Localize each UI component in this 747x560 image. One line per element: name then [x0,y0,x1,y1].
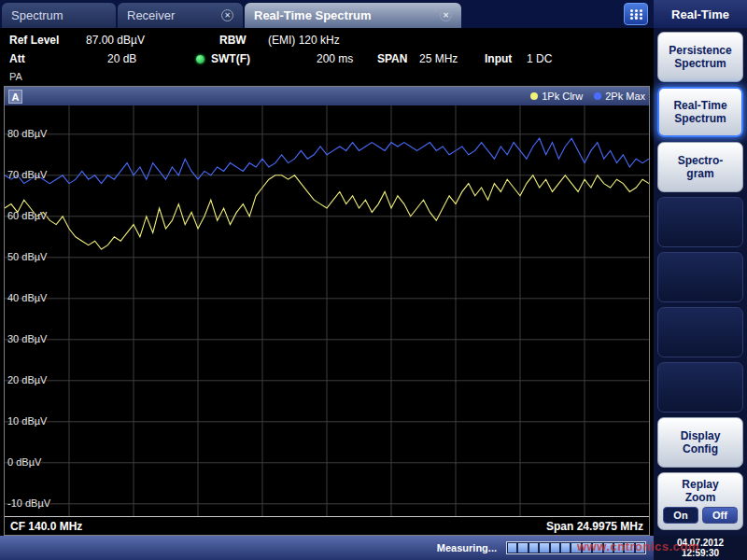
y-axis-label: 40 dBµV [7,292,47,303]
ref-level-label: Ref Level [9,34,59,47]
y-axis-label: 20 dBµV [7,374,47,385]
display-menu-button[interactable]: ▾ [624,3,648,25]
trace1-color-icon [530,92,538,100]
y-axis-label: 80 dBµV [7,128,47,139]
rbw-label: RBW [219,34,247,47]
swt-value[interactable]: 200 ms [317,52,353,65]
tab-close-icon[interactable]: ✕ [440,9,452,21]
input-value[interactable]: 1 DC [527,52,552,65]
tab-spectrum[interactable]: Spectrum [2,3,116,28]
replay-zoom-off-toggle[interactable]: Off [702,507,738,524]
softkey-label: Display Config [681,429,721,455]
trace2-color-icon [594,92,601,100]
trace-legend: 1Pk Clrw 2Pk Max [530,91,645,102]
y-axis-label: 0 dBµV [7,456,41,468]
progress-segment [540,543,548,553]
spectrum-plot: 80 dBµV70 dBµV60 dBµV50 dBµV40 dBµV30 dB… [5,105,649,516]
main-area: SpectrumReceiver✕Real-Time Spectrum✕ ▾ R… [0,0,654,536]
tab-label: Receiver [127,8,175,22]
y-axis-label: 30 dBµV [7,333,47,344]
y-axis-label: 10 dBµV [7,415,47,427]
chart-window: A 1Pk Clrw 2Pk Max 80 dBµV70 dBµV60 dBµV… [4,86,650,536]
chart-header: A 1Pk Clrw 2Pk Max [5,87,649,105]
legend-trace-1[interactable]: 1Pk Clrw [530,91,583,102]
sweep-status-led [196,55,204,63]
rbw-value[interactable]: (EMI) 120 kHz [268,34,340,47]
span-label: SPAN [377,52,407,65]
tab-label: Real-Time Spectrum [254,8,371,22]
progress-segment [529,543,538,553]
spectrum-analyzer-screen: SpectrumReceiver✕Real-Time Spectrum✕ ▾ R… [0,0,747,560]
y-axis-label: -10 dBµV [7,497,50,509]
tab-close-icon[interactable]: ✕ [221,9,233,21]
progress-segment [561,543,570,553]
ref-level-value[interactable]: 87.00 dBµV [86,34,145,47]
softkey-empty-3[interactable] [657,307,743,357]
softkey-empty-2[interactable] [657,252,743,302]
toggle-row: OnOff [663,507,738,524]
legend-trace-2[interactable]: 2Pk Max [594,91,645,102]
softkey-label: Persistence Spectrum [669,44,731,70]
softkey-real-time-spectrum[interactable]: Real-Time Spectrum [657,87,743,137]
tab-receiver[interactable]: Receiver✕ [118,3,243,28]
grid-dots-icon [630,9,633,12]
softkey-empty-4[interactable] [657,362,743,413]
softkey-persistence-spectrum[interactable]: Persistence Spectrum [657,32,743,82]
softkey-display-config[interactable]: Display Config [657,417,743,468]
swt-label: SWT(F) [211,52,250,65]
softkey-label: Real-Time Spectrum [673,99,726,125]
tab-real-time-spectrum[interactable]: Real-Time Spectrum✕ [245,3,461,28]
center-frequency-readout: CF 140.0 MHz [10,520,82,533]
tab-bar: SpectrumReceiver✕Real-Time Spectrum✕ ▾ [0,0,654,28]
span-value[interactable]: 25 MHz [419,52,458,65]
settings-bar: Ref Level 87.00 dBµV RBW (EMI) 120 kHz A… [0,28,654,86]
softkey-label: Spectro- gram [678,154,724,180]
trace1-label: 1Pk Clrw [542,91,583,102]
softkey-menu-title: Real-Time [654,0,747,28]
replay-zoom-on-toggle[interactable]: On [663,507,698,524]
softkey-list: Persistence SpectrumReal-Time SpectrumSp… [654,28,747,534]
softkey-empty-1[interactable] [657,197,743,247]
att-value[interactable]: 20 dB [107,52,136,65]
status-text: Measuring... [437,542,497,553]
chevron-down-icon: ▾ [634,16,638,20]
y-axis-label: 50 dBµV [7,251,47,262]
input-label: Input [485,52,512,65]
softkey-spectrogram[interactable]: Spectro- gram [657,142,743,192]
y-axis-label: 70 dBµV [7,169,47,180]
window-label: A [8,90,22,104]
transducer-indicator: PA [9,71,22,82]
progress-segment [508,543,516,553]
softkey-label: Replay Zoom [682,478,718,504]
att-label: Att [9,52,25,65]
tab-list: SpectrumReceiver✕Real-Time Spectrum✕ [2,3,461,28]
progress-segment [551,543,559,553]
span-readout: Span 24.9975 MHz [546,520,643,533]
progress-segment [518,543,527,553]
softkey-panel: Real-Time Persistence SpectrumReal-Time … [654,0,747,536]
watermark: www.cntronics.com [577,539,699,553]
trace2-label: 2Pk Max [605,91,645,102]
softkey-replay-zoom[interactable]: Replay ZoomOnOff [657,472,743,530]
chart-footer: CF 140.0 MHz Span 24.9975 MHz [5,516,649,535]
y-axis-label: 60 dBµV [7,210,47,221]
tab-label: Spectrum [11,8,63,22]
